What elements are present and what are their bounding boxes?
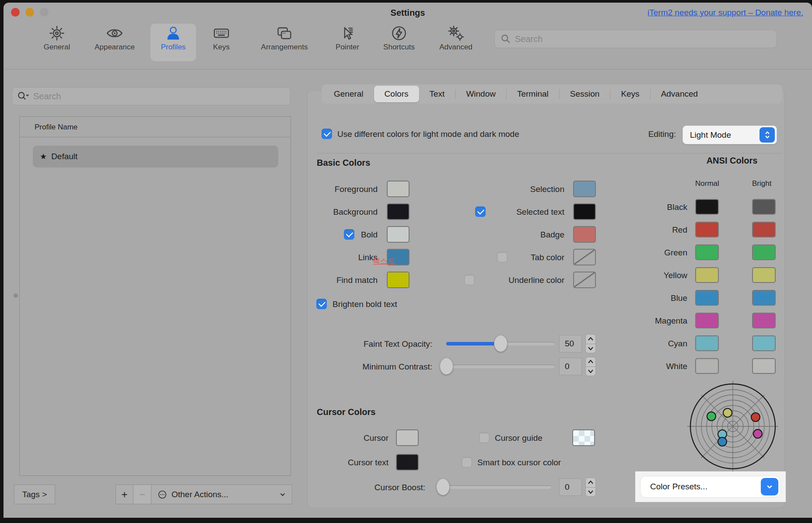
popup-chevrons-icon (760, 127, 775, 143)
background-swatch[interactable] (387, 203, 410, 220)
toolbar-search-input[interactable]: Search (494, 30, 777, 48)
ansi-magenta-normal-swatch[interactable] (695, 313, 719, 328)
tab-text[interactable]: Text (419, 86, 455, 102)
tab-color-swatch[interactable] (573, 249, 596, 265)
toolbar-item-advanced[interactable]: Advanced (428, 24, 484, 52)
tab-keys[interactable]: Keys (610, 86, 650, 102)
slider-knob[interactable] (494, 335, 508, 352)
faint-opacity-value[interactable]: 50 (559, 335, 582, 352)
color-wheel-dot[interactable] (718, 437, 727, 446)
faint-opacity-stepper[interactable] (585, 334, 596, 353)
ansi-red-bright-swatch[interactable] (752, 222, 776, 237)
eye-icon (106, 24, 123, 42)
toolbar-item-appearance[interactable]: Appearance (80, 24, 149, 52)
toolbar-item-profiles[interactable]: Profiles (151, 24, 195, 52)
profile-row-default[interactable]: ★ Default (33, 146, 278, 167)
ansi-red-normal-swatch[interactable] (695, 222, 719, 237)
underline-color-swatch[interactable] (573, 272, 596, 288)
ansi-label-blue: Blue (607, 293, 687, 303)
ansi-white-bright-swatch[interactable] (752, 358, 776, 374)
light-dark-mode-checkbox[interactable] (322, 129, 332, 139)
color-presets-dropdown[interactable]: Color Presets... (640, 476, 781, 498)
ansi-green-bright-swatch[interactable] (752, 244, 776, 260)
ansi-green-normal-swatch[interactable] (695, 244, 719, 260)
ansi-cyan-bright-swatch[interactable] (752, 335, 776, 351)
cursor-boost-slider[interactable] (443, 485, 551, 489)
color-wheel-dot[interactable] (723, 408, 732, 418)
tab-general[interactable]: General (323, 86, 374, 102)
toolbar-item-keys[interactable]: Keys (200, 24, 243, 52)
min-contrast-slider[interactable] (446, 365, 555, 368)
tab-color-label: Tab color (512, 253, 564, 262)
min-contrast-value[interactable]: 0 (559, 358, 582, 375)
foreground-swatch[interactable] (387, 181, 410, 197)
search-filter-icon (17, 91, 30, 102)
ansi-black-normal-swatch[interactable] (695, 199, 719, 215)
cursor-swatch[interactable] (396, 429, 419, 446)
window-edge-dot (14, 293, 18, 298)
toolbar-item-shortcuts[interactable]: Shortcuts (372, 24, 426, 52)
ansi-cyan-normal-swatch[interactable] (695, 335, 719, 351)
ansi-blue-normal-swatch[interactable] (695, 290, 719, 306)
chevron-down-icon[interactable] (761, 478, 778, 495)
ansi-blue-bright-swatch[interactable] (752, 290, 776, 306)
editing-mode-value: Light Mode (690, 130, 760, 140)
bold-swatch[interactable] (387, 226, 410, 243)
slider-knob[interactable] (436, 478, 450, 495)
cursor-boost-stepper[interactable] (585, 478, 596, 497)
color-wheel-dot[interactable] (751, 412, 760, 422)
find-match-swatch[interactable] (387, 272, 410, 288)
cursor-guide-checkbox[interactable] (479, 432, 490, 443)
selection-swatch[interactable] (573, 181, 596, 197)
ansi-magenta-bright-swatch[interactable] (752, 313, 776, 328)
color-wheel[interactable] (685, 378, 781, 474)
editing-mode-select[interactable]: Light Mode (682, 126, 777, 144)
profile-search-input[interactable]: Search (12, 87, 290, 105)
tab-window[interactable]: Window (455, 86, 506, 102)
stepper-down-icon[interactable] (585, 367, 596, 377)
toolbar-item-arrangements[interactable]: Arrangements (246, 24, 323, 52)
selected-text-checkbox[interactable] (475, 206, 486, 217)
cursor-boost-value[interactable]: 0 (559, 478, 582, 496)
add-profile-button[interactable]: + (116, 485, 133, 504)
tab-terminal[interactable]: Terminal (507, 86, 559, 102)
tab-advanced[interactable]: Advanced (651, 86, 709, 102)
tags-button[interactable]: Tags > (14, 485, 55, 504)
profile-actions-group: + − Other Actions... (116, 485, 292, 504)
ansi-white-normal-swatch[interactable] (695, 358, 719, 374)
stepper-up-icon[interactable] (585, 334, 596, 344)
donate-link[interactable]: iTerm2 needs your support – Donate here. (648, 8, 803, 17)
underline-color-checkbox[interactable] (464, 275, 475, 285)
toolbar-item-pointer[interactable]: Pointer (326, 24, 369, 52)
toolbar-item-label: Advanced (439, 43, 472, 52)
stepper-up-icon[interactable] (585, 357, 596, 367)
brighten-bold-checkbox[interactable] (316, 299, 327, 309)
tab-color-checkbox[interactable] (497, 252, 508, 262)
color-wheel-dot[interactable] (707, 411, 716, 421)
min-contrast-label: Minimum Contrast: (310, 362, 432, 372)
tab-session[interactable]: Session (560, 86, 610, 102)
ansi-black-bright-swatch[interactable] (752, 199, 776, 215)
stepper-up-icon[interactable] (585, 478, 596, 488)
selected-text-swatch[interactable] (573, 203, 596, 220)
ansi-yellow-normal-swatch[interactable] (695, 267, 719, 283)
tab-colors[interactable]: Colors (374, 86, 419, 102)
other-actions-dropdown[interactable]: Other Actions... (151, 485, 292, 504)
faint-opacity-slider[interactable] (446, 342, 555, 345)
basic-colors-title: Basic Colors (317, 158, 370, 168)
toolbar-item-general[interactable]: General (35, 24, 79, 52)
profile-table-header: Profile Name (35, 123, 77, 132)
badge-swatch[interactable] (573, 226, 596, 243)
cursor-guide-swatch[interactable] (572, 429, 595, 446)
slider-knob[interactable] (440, 358, 453, 375)
remove-profile-button[interactable]: − (133, 485, 151, 504)
stepper-down-icon[interactable] (585, 488, 596, 497)
smart-box-checkbox[interactable] (462, 457, 472, 467)
smart-box-label: Smart box cursor color (477, 458, 561, 467)
color-wheel-dot[interactable] (753, 429, 763, 439)
ansi-yellow-bright-swatch[interactable] (752, 267, 776, 283)
min-contrast-stepper[interactable] (585, 357, 596, 376)
toolbar-item-label: Keys (213, 43, 230, 52)
cursor-text-swatch[interactable] (396, 454, 419, 471)
stepper-down-icon[interactable] (585, 344, 596, 354)
